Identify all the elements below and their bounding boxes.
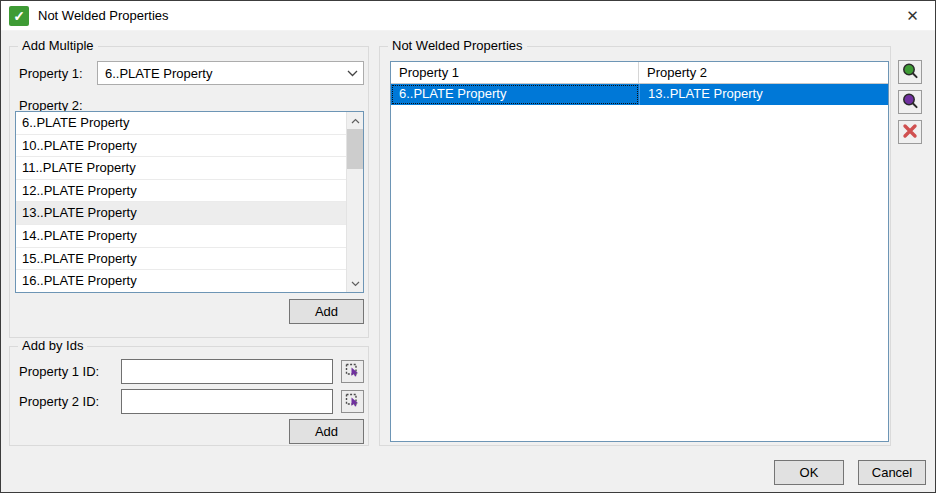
- property2-listbox-items: 6..PLATE Property10..PLATE Property11..P…: [16, 112, 346, 292]
- property1-combobox-value: 6..PLATE Property: [98, 66, 341, 81]
- property1-id-input[interactable]: [121, 359, 333, 384]
- property2-id-label: Property 2 ID:: [19, 394, 99, 409]
- list-item[interactable]: 10..PLATE Property: [16, 135, 346, 158]
- zoom-green-icon: [901, 62, 919, 83]
- zoom-all-button[interactable]: [898, 90, 922, 114]
- column-header-property1[interactable]: Property 1: [391, 62, 639, 83]
- cancel-button[interactable]: Cancel: [858, 460, 926, 485]
- table-cell[interactable]: 6..PLATE Property: [391, 84, 639, 105]
- table-row[interactable]: 6..PLATE Property13..PLATE Property: [391, 84, 888, 105]
- property2-listbox: 6..PLATE Property10..PLATE Property11..P…: [15, 111, 364, 293]
- not-welded-properties-dialog: ✓ Not Welded Properties ✕ Add Multiple P…: [0, 0, 936, 493]
- scrollbar-thumb[interactable]: [347, 129, 364, 169]
- listbox-scrollbar[interactable]: [346, 112, 363, 292]
- scroll-up-icon[interactable]: [347, 112, 363, 129]
- delete-icon: [901, 122, 919, 143]
- list-item[interactable]: 11..PLATE Property: [16, 157, 346, 180]
- property1-label: Property 1:: [19, 66, 83, 81]
- table-cell[interactable]: 13..PLATE Property: [639, 84, 888, 105]
- add-by-ids-button[interactable]: Add: [289, 419, 364, 444]
- column-header-property2[interactable]: Property 2: [639, 62, 888, 83]
- delete-row-button[interactable]: [898, 120, 922, 144]
- property1-combobox[interactable]: 6..PLATE Property: [97, 61, 364, 85]
- add-multiple-group-label: Add Multiple: [18, 38, 98, 53]
- table-body: 6..PLATE Property13..PLATE Property: [391, 84, 888, 105]
- pick-from-model-icon: [345, 363, 360, 381]
- property1-id-label: Property 1 ID:: [19, 364, 99, 379]
- title-bar: ✓ Not Welded Properties ✕: [1, 1, 935, 31]
- property2-id-input[interactable]: [121, 389, 333, 414]
- zoom-purple-icon: [901, 92, 919, 113]
- scroll-down-icon[interactable]: [347, 275, 363, 292]
- property1-pick-button[interactable]: [341, 360, 364, 383]
- not-welded-table: Property 1 Property 2 6..PLATE Property1…: [390, 61, 889, 442]
- table-header: Property 1 Property 2: [391, 62, 888, 84]
- checkmark-icon: ✓: [9, 6, 29, 26]
- chevron-down-icon: [341, 70, 363, 77]
- pick-from-model-icon: [345, 393, 360, 411]
- window-title: Not Welded Properties: [38, 8, 169, 23]
- close-button[interactable]: ✕: [890, 1, 935, 31]
- add-multiple-button[interactable]: Add: [289, 299, 364, 324]
- list-item[interactable]: 13..PLATE Property: [16, 202, 346, 225]
- close-icon: ✕: [906, 7, 919, 25]
- not-welded-group-label: Not Welded Properties: [388, 38, 527, 53]
- zoom-selected-button[interactable]: [898, 60, 922, 84]
- list-item[interactable]: 14..PLATE Property: [16, 225, 346, 248]
- list-item[interactable]: 16..PLATE Property: [16, 270, 346, 293]
- property2-pick-button[interactable]: [341, 390, 364, 413]
- add-by-ids-group-label: Add by Ids: [18, 338, 87, 353]
- dialog-body: Add Multiple Property 1: 6..PLATE Proper…: [1, 31, 935, 492]
- list-item[interactable]: 15..PLATE Property: [16, 248, 346, 271]
- list-item[interactable]: 6..PLATE Property: [16, 112, 346, 135]
- list-item[interactable]: 12..PLATE Property: [16, 180, 346, 203]
- ok-button[interactable]: OK: [774, 460, 844, 485]
